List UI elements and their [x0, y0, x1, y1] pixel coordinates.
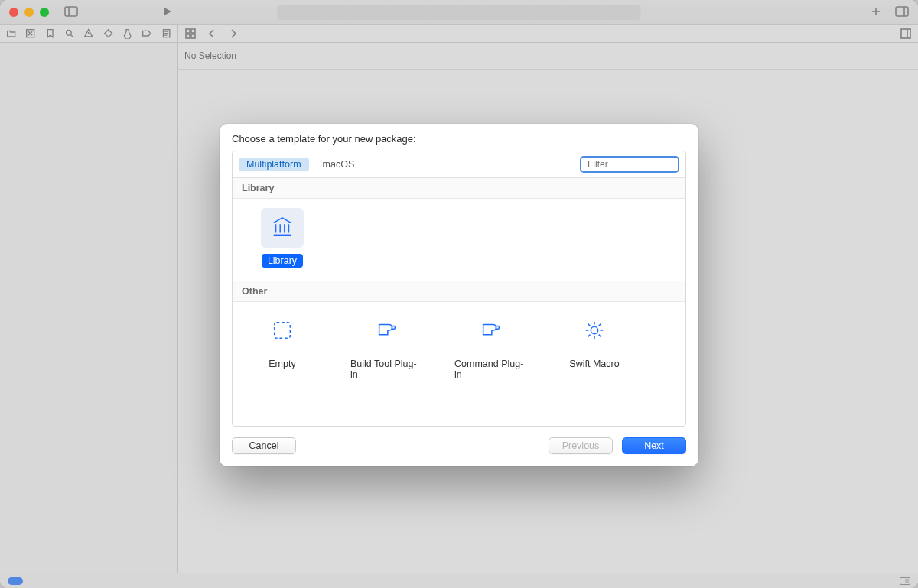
- template-command-label: Command Plug-in: [448, 357, 532, 382]
- empty-icon: [271, 319, 294, 344]
- template-command-plugin[interactable]: Command Plug-in: [448, 311, 532, 382]
- scope-multiplatform[interactable]: Multiplatform: [239, 158, 309, 171]
- scope-macos[interactable]: macOS: [315, 158, 363, 171]
- sheet-title: Choose a template for your new package:: [220, 124, 698, 151]
- next-button[interactable]: Next: [622, 437, 686, 454]
- svg-rect-30: [392, 326, 396, 329]
- new-package-sheet: Choose a template for your new package: …: [220, 124, 698, 466]
- library-icon: [271, 216, 294, 241]
- template-library[interactable]: Library: [240, 208, 324, 268]
- filter-field[interactable]: [580, 156, 679, 173]
- svg-point-32: [591, 326, 597, 333]
- swift-macro-icon: [583, 319, 606, 344]
- template-empty[interactable]: Empty: [240, 311, 324, 382]
- filter-input[interactable]: [588, 159, 686, 170]
- previous-button[interactable]: Previous: [549, 437, 613, 454]
- template-swift-macro-label: Swift Macro: [563, 357, 625, 371]
- template-library-label: Library: [262, 254, 303, 268]
- template-build-tool-label: Build Tool Plug-in: [344, 357, 428, 382]
- sheet-footer: Cancel Previous Next: [220, 434, 698, 466]
- template-build-tool-plugin[interactable]: Build Tool Plug-in: [344, 311, 428, 382]
- svg-rect-29: [275, 322, 291, 338]
- command-plugin-icon: [479, 319, 502, 344]
- template-chooser: Multiplatform macOS Library: [232, 151, 686, 427]
- build-tool-plugin-icon: [375, 319, 398, 344]
- template-empty-label: Empty: [262, 357, 301, 371]
- section-other-title: Other: [233, 281, 685, 302]
- template-swift-macro[interactable]: Swift Macro: [552, 311, 636, 382]
- svg-rect-31: [496, 326, 500, 329]
- section-library-title: Library: [233, 178, 685, 199]
- cancel-button[interactable]: Cancel: [232, 437, 296, 454]
- scope-bar: Multiplatform macOS: [233, 151, 685, 178]
